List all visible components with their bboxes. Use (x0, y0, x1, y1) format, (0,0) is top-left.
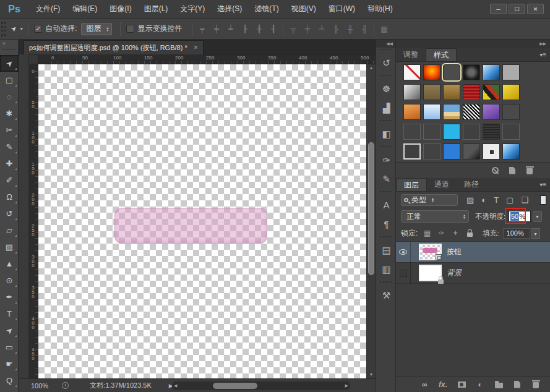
dock-expand-icon[interactable] (376, 40, 395, 48)
new-layer-icon[interactable] (513, 380, 522, 390)
vertical-scroll-thumb[interactable] (368, 142, 374, 275)
filter-kind-dropdown[interactable]: 类型 (401, 194, 458, 206)
layer-row-background[interactable]: 背景 (396, 263, 550, 284)
tab-styles[interactable]: 样式 (426, 48, 457, 61)
eyedropper-tool[interactable]: ✎ (0, 138, 19, 155)
clone-stamp-tool[interactable]: Ω (0, 189, 19, 205)
horizontal-scrollbar[interactable] (172, 381, 350, 390)
brush-presets-panel-icon[interactable]: ✎ (376, 169, 397, 189)
tab-close-icon[interactable] (194, 45, 199, 51)
visibility-toggle[interactable] (396, 242, 411, 263)
menu-layer[interactable]: 图层(L) (138, 1, 174, 17)
scroll-left-icon[interactable] (174, 381, 177, 390)
style-swatch-rounded-outline-selected[interactable] (443, 64, 460, 80)
align-vertical-centers-icon[interactable]: ┿ (211, 24, 221, 34)
fill-value-field[interactable]: 100% (503, 228, 530, 239)
type-tool[interactable]: T (0, 305, 19, 322)
pen-tool[interactable]: ✒ (0, 289, 19, 305)
history-panel-icon[interactable]: ↺ (376, 53, 397, 72)
new-style-icon[interactable] (508, 166, 517, 176)
tools-panel-collapse[interactable]: » (0, 40, 18, 48)
menu-image[interactable]: 图像(I) (103, 1, 137, 17)
align-right-edges-icon[interactable]: ┨ (268, 24, 278, 34)
scroll-up-icon[interactable]: ▲ (367, 64, 376, 72)
layer-name[interactable]: 按钮 (447, 247, 462, 257)
brush-tool[interactable]: ✐ (0, 172, 19, 189)
tool-presets-panel-icon[interactable]: ⚒ (376, 286, 397, 305)
style-swatch-halftone-pattern[interactable] (463, 104, 480, 120)
lasso-tool[interactable]: ◌ (0, 88, 19, 105)
style-swatch-light-gray[interactable] (502, 64, 520, 80)
fill-dropdown-icon[interactable] (531, 228, 540, 239)
menu-type[interactable]: 文字(Y) (174, 1, 211, 17)
style-swatch-faint-outline-1[interactable] (463, 124, 480, 140)
path-selection-tool[interactable]: ➤ (0, 322, 19, 339)
filter-toggle-switch[interactable] (540, 195, 546, 205)
styles-panel-menu-icon[interactable] (539, 48, 546, 61)
window-close-button[interactable]: ✕ (527, 4, 544, 14)
crop-tool[interactable]: ✂ (0, 122, 19, 138)
style-swatch-dark-outline-1[interactable] (403, 124, 421, 140)
shape-tool[interactable]: ▭ (0, 339, 19, 356)
tab-layers[interactable]: 图层 (396, 178, 427, 191)
distribute-bottom-edges-icon[interactable]: ╧ (316, 24, 327, 34)
layers-panel-menu-icon[interactable] (539, 178, 546, 191)
hand-tool[interactable]: ☛ (0, 356, 19, 372)
menu-window[interactable]: 窗口(W) (322, 1, 361, 17)
menu-select[interactable]: 选择(S) (211, 1, 248, 17)
filter-type-layers-icon[interactable]: T (494, 195, 499, 205)
distribute-left-edges-icon[interactable]: ╟ (330, 24, 341, 34)
info-panel-icon[interactable]: ◧ (376, 124, 397, 143)
style-swatch-red-orange-glow[interactable] (423, 64, 440, 80)
blur-tool[interactable]: ▲ (0, 255, 19, 272)
show-transform-checkbox[interactable]: ✓ (126, 25, 134, 33)
visibility-toggle[interactable] (396, 263, 411, 284)
notes-panel-icon[interactable]: ▥ (376, 260, 397, 279)
menu-view[interactable]: 视图(V) (285, 1, 322, 17)
history-brush-tool[interactable]: ↺ (0, 205, 19, 222)
lock-transparency-icon[interactable]: ▦ (423, 228, 431, 238)
opacity-dropdown-icon[interactable] (533, 211, 542, 222)
style-swatch-purple-bevel[interactable] (483, 104, 500, 120)
character-panel-icon[interactable]: A (376, 195, 397, 215)
style-swatch-dark-outline-2[interactable] (423, 124, 440, 140)
style-swatch-blue-gloss[interactable] (483, 64, 500, 80)
distribute-horizontal-centers-icon[interactable]: ╫ (345, 24, 355, 34)
window-maximize-button[interactable]: ☐ (509, 4, 525, 14)
layer-row-button[interactable]: 按钮 (396, 242, 550, 263)
scroll-down-icon[interactable]: ▼ (367, 371, 376, 378)
style-swatch-no-style[interactable] (403, 64, 421, 80)
style-swatch-blue-solid[interactable] (443, 143, 460, 160)
menu-filter[interactable]: 滤镜(T) (248, 1, 285, 17)
filter-pixel-layers-icon[interactable]: ▨ (466, 195, 474, 205)
delete-layer-icon[interactable] (531, 380, 540, 390)
eraser-tool[interactable]: ▱ (0, 222, 19, 239)
move-tool[interactable]: ➤ (0, 55, 19, 72)
filter-adjustment-layers-icon[interactable]: ◐ (481, 195, 486, 205)
style-swatch-white-outline[interactable] (403, 143, 421, 160)
distribute-right-edges-icon[interactable]: ╢ (359, 24, 369, 34)
link-layers-icon[interactable]: ∞ (420, 380, 429, 390)
healing-brush-tool[interactable]: ✚ (0, 155, 19, 172)
menu-help[interactable]: 帮助(H) (361, 1, 399, 17)
align-bottom-edges-icon[interactable]: ┷ (225, 24, 236, 34)
filter-shape-layers-icon[interactable]: ▢ (506, 195, 513, 205)
new-group-icon[interactable] (494, 380, 503, 390)
auto-select-target-dropdown[interactable]: 图层 (81, 23, 113, 35)
auto-align-layers-icon[interactable]: ▦ (379, 24, 389, 34)
style-swatch-dark-subtle[interactable] (502, 104, 520, 120)
style-swatch-dark-ring[interactable] (463, 64, 480, 80)
dock-collapse-icon[interactable] (396, 40, 550, 48)
style-swatch-gold-tan[interactable] (443, 84, 460, 100)
tab-paths[interactable]: 路径 (457, 178, 486, 191)
delete-style-icon[interactable] (525, 166, 534, 176)
style-swatch-orange-gradient[interactable] (403, 104, 421, 120)
status-zoom-level[interactable]: 100% (31, 382, 48, 390)
style-swatch-silver-gradient[interactable] (403, 84, 421, 100)
tab-channels[interactable]: 通道 (427, 178, 457, 191)
style-swatch-yellow-bevel[interactable] (502, 84, 520, 100)
ruler-origin-corner[interactable] (28, 54, 38, 64)
paragraph-panel-icon[interactable]: ¶ (376, 215, 397, 234)
horizontal-scroll-thumb[interactable] (213, 383, 257, 389)
align-horizontal-centers-icon[interactable]: ╂ (254, 24, 264, 34)
